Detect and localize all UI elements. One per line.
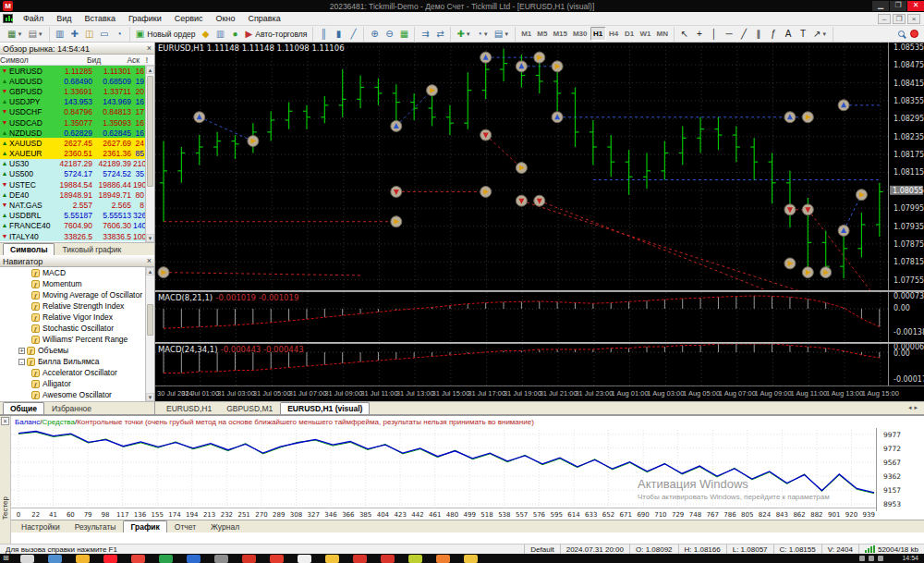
community-button[interactable]: ● — [228, 27, 243, 41]
new-order-button[interactable]: ▣Новый ордер — [133, 27, 199, 41]
symbol-row-USTEC[interactable]: ▼USTEC19884.5419886.44190 — [0, 179, 154, 190]
navigator-item-Fractals[interactable]: fFractals — [0, 400, 154, 401]
menu-item-Файл[interactable]: Файл — [17, 13, 50, 24]
auto-trading-button[interactable]: ▶Авто-торговля — [243, 27, 310, 41]
navigator-item-Accelerator Oscillator[interactable]: fAccelerator Oscillator — [0, 367, 154, 378]
symbol-row-GBPUSD[interactable]: ▼GBPUSD1.336911.3371120 — [0, 86, 154, 96]
market-watch-button[interactable]: ▥ — [53, 27, 67, 41]
symbol-row-XAUUSD[interactable]: ▲XAUUSD2627.452627.6924 — [0, 138, 154, 148]
scrollbar-thumb[interactable] — [147, 76, 153, 187]
start-button[interactable]: ⊞ — [3, 555, 9, 562]
channel-button[interactable]: ∥ — [751, 27, 766, 41]
child-restore-button[interactable]: ❐ — [893, 14, 906, 24]
taskbar-app-icon-7[interactable] — [214, 555, 228, 563]
timeframe-MN-button[interactable]: MN — [654, 27, 671, 41]
horizontal-line-button[interactable]: ─ — [722, 27, 736, 41]
symbol-row-NAT.GAS[interactable]: ▼NAT.GAS2.5572.5658 — [0, 200, 154, 210]
symbol-row-USDCAD[interactable]: ▼USDCAD1.350771.3509316 — [0, 117, 154, 128]
menu-item-Вид[interactable]: Вид — [50, 13, 78, 24]
taskbar-app-icon-0[interactable] — [20, 555, 34, 563]
scrollbar-thumb[interactable] — [147, 304, 153, 336]
taskbar-app-icon-14[interactable] — [408, 555, 422, 563]
data-window-button[interactable]: ✚ — [67, 27, 82, 41]
tree-expand-icon[interactable]: + — [18, 348, 25, 354]
tester-tab-Настройки[interactable]: Настройки — [14, 520, 67, 532]
templates-button[interactable]: ▤▼ — [492, 27, 512, 41]
symbol-row-US500[interactable]: ▲US5005724.175724.5235 — [0, 169, 154, 179]
timeframe-M5-button[interactable]: M5 — [534, 27, 550, 41]
label-button[interactable]: T — [796, 27, 810, 41]
scroll-down-icon[interactable]: ▼ — [146, 234, 154, 242]
tab-Тиковый график[interactable]: Тиковый график — [55, 243, 128, 255]
navigator-item-Momentum[interactable]: fMomentum — [0, 278, 154, 289]
symbol-row-FRANCE40[interactable]: ▲FRANCE407604.907606.30140 — [0, 221, 154, 231]
taskbar-app-icon-11[interactable] — [325, 555, 339, 563]
tab-Символы[interactable]: Символы — [3, 243, 55, 255]
navigator-scrollbar[interactable]: ▲▼ — [145, 267, 154, 401]
scroll-up-icon[interactable]: ▲ — [146, 66, 154, 74]
tester-tab-График[interactable]: График — [123, 520, 166, 532]
symbol-row-XAUEUR[interactable]: ▲XAUEUR2360.512361.3685 — [0, 149, 154, 159]
taskbar-app-icon-8[interactable] — [242, 555, 256, 563]
search-icon[interactable] — [898, 31, 905, 37]
symbol-row-USDJPY[interactable]: ▲USDJPY143.953143.96916 — [0, 97, 154, 107]
chart-window-icon[interactable] — [3, 14, 13, 23]
strategy-tester-button[interactable]: ◔ — [112, 27, 127, 41]
profiles-button[interactable]: ▤▼ — [25, 27, 45, 41]
navigator-item-Relative Strength Index[interactable]: fRelative Strength Index — [0, 300, 154, 312]
macd1-indicator-window[interactable]: 0.0007310.00-0.00138MACD(8,21,1)-0.00101… — [155, 292, 924, 342]
navigator-item-MACD[interactable]: fMACD — [0, 267, 154, 278]
symbol-row-ITALY40[interactable]: ▼ITALY4033826.533836.5100 — [0, 231, 154, 241]
navigator-item-Stochastic Oscillator[interactable]: fStochastic Oscillator — [0, 323, 154, 334]
taskbar-app-icon-12[interactable] — [353, 555, 367, 563]
navigator-item-Relative Vigor Index[interactable]: fRelative Vigor Index — [0, 312, 154, 323]
column-header-![interactable]: ! — [141, 55, 154, 65]
system-tray[interactable] — [859, 556, 883, 561]
shapes-button[interactable]: ↗▼ — [810, 27, 830, 41]
chart-tab-GBPUSD,M1[interactable]: GBPUSD,M1 — [219, 402, 280, 414]
minimize-button[interactable]: ▁ — [872, 1, 889, 11]
navigator-item-Moving Average of Oscillator[interactable]: fMoving Average of Oscillator — [0, 289, 154, 300]
scroll-up-icon[interactable]: ▲ — [146, 267, 154, 275]
vertical-line-button[interactable]: │ — [707, 27, 722, 41]
menu-item-Сервис[interactable]: Сервис — [168, 13, 210, 24]
symbol-row-EURUSD[interactable]: ▼EURUSD1.112851.1130116 — [0, 66, 154, 76]
taskbar-app-icon-6[interactable] — [187, 555, 201, 563]
taskbar-app-icon-15[interactable] — [436, 555, 450, 563]
chart-shift-button[interactable]: ⇄ — [432, 27, 447, 41]
macd2-indicator-window[interactable]: 0.000060.00-0.00017MACD(24,34,1)-0.00044… — [155, 344, 924, 386]
time-axis[interactable]: 30 Jul 202431 Jul 01:0031 Jul 03:0031 Ju… — [155, 386, 924, 401]
new-chart-button[interactable]: ▦▼ — [5, 27, 25, 41]
menu-item-Справка[interactable]: Справка — [241, 13, 286, 24]
navigator-button[interactable]: ◫ — [82, 27, 97, 41]
tree-expand-icon[interactable]: - — [18, 359, 25, 365]
tester-tab-Журнал[interactable]: Журнал — [203, 520, 247, 532]
indicators-button[interactable]: ✚▼ — [454, 27, 473, 41]
timeframe-H4-button[interactable]: H4 — [606, 27, 622, 41]
child-minimize-button[interactable]: – — [878, 14, 891, 24]
taskbar-app-icon-2[interactable] — [76, 555, 90, 563]
crosshair-button[interactable]: + — [692, 27, 707, 41]
symbol-row-NZDUSD[interactable]: ▲NZDUSD0.628290.6284516 — [0, 128, 154, 138]
chart-candles-button[interactable]: ▮ — [331, 27, 346, 41]
close-button[interactable]: ✕ — [907, 1, 924, 11]
price-chart[interactable]: 1.085351.084751.084151.083551.082951.082… — [155, 43, 924, 290]
column-header-Символ[interactable]: Символ — [0, 55, 63, 65]
navigator-item-Объемы[interactable]: +fОбъемы — [0, 345, 154, 356]
taskbar-app-icon-4[interactable] — [131, 555, 145, 563]
restore-button[interactable]: ❐ — [890, 1, 906, 11]
navigator-item-Alligator[interactable]: fAlligator — [0, 378, 154, 389]
fibonacci-button[interactable]: ƒ — [766, 27, 781, 41]
notification-badge[interactable] — [910, 30, 918, 38]
auto-scroll-button[interactable]: ⇉ — [418, 27, 432, 41]
terminal-button[interactable]: ▭ — [97, 27, 112, 41]
cursor-button[interactable]: ↖ — [677, 27, 692, 41]
market-watch-close-icon[interactable]: × — [147, 44, 152, 53]
taskbar-app-icon-1[interactable] — [48, 555, 62, 563]
timeframe-M30-button[interactable]: M30 — [570, 27, 590, 41]
tester-tab-Отчет[interactable]: Отчет — [167, 520, 203, 532]
symbol-row-USDCHF[interactable]: ▼USDCHF0.847960.8481317 — [0, 107, 154, 117]
tile-windows-button[interactable]: ▦ — [396, 27, 411, 41]
timeframe-W1-button[interactable]: W1 — [638, 27, 654, 41]
taskbar-app-icon-13[interactable] — [381, 555, 395, 563]
